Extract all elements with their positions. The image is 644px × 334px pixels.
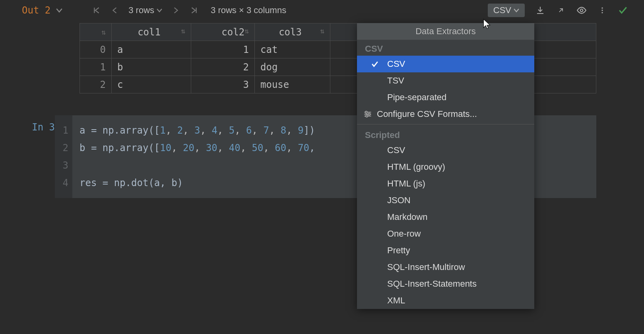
menu-title: Data Extractors xyxy=(357,23,534,40)
extractor-dropdown-button[interactable]: CSV xyxy=(488,4,525,17)
code-number: 60 xyxy=(275,142,286,153)
column-header-col3[interactable]: col3⇅ xyxy=(255,23,330,41)
cell[interactable]: mouse xyxy=(255,76,330,93)
code-text: , xyxy=(309,142,315,153)
code-number: 6 xyxy=(246,125,252,136)
line-number: 2 xyxy=(59,139,68,157)
menu-item-label: CSV xyxy=(387,145,405,155)
cell[interactable]: c xyxy=(112,76,191,93)
menu-item-html-groovy[interactable]: HTML (groovy) xyxy=(357,159,534,175)
menu-item-label: SQL-Insert-Statements xyxy=(387,279,477,289)
svg-point-4 xyxy=(365,111,367,113)
code-number: 9 xyxy=(298,125,303,136)
menu-item-label: Markdown xyxy=(387,212,427,222)
row-index: 1 xyxy=(80,58,112,76)
svg-point-2 xyxy=(601,10,603,11)
menu-item-pretty[interactable]: Pretty xyxy=(357,242,534,259)
menu-item-html-js[interactable]: HTML (js) xyxy=(357,175,534,192)
column-header-label: col2 xyxy=(221,27,244,38)
menu-item-label: HTML (js) xyxy=(387,179,425,188)
line-number: 4 xyxy=(59,174,68,192)
code-number: 40 xyxy=(229,142,241,153)
menu-item-label: Pipe-separated xyxy=(387,92,446,102)
svg-point-0 xyxy=(580,9,583,12)
svg-point-5 xyxy=(368,113,370,115)
menu-separator xyxy=(357,124,534,124)
cell[interactable]: cat xyxy=(255,41,330,58)
menu-item-label: TSV xyxy=(387,76,404,85)
eye-icon[interactable] xyxy=(576,5,587,16)
code-number: 1 xyxy=(160,125,165,136)
menu-item-configure[interactable]: Configure CSV Formats... xyxy=(357,106,534,122)
cell[interactable]: dog xyxy=(255,58,330,76)
menu-item-scripted-csv[interactable]: CSV xyxy=(357,142,534,159)
svg-point-6 xyxy=(366,115,368,117)
menu-item-tsv[interactable]: TSV xyxy=(357,72,534,89)
line-gutter: 1 2 3 4 xyxy=(55,115,72,198)
code-number: 50 xyxy=(252,142,264,153)
index-header[interactable]: ⇅ xyxy=(80,23,112,41)
menu-section-scripted: Scripted xyxy=(357,126,534,142)
rows-dropdown-label: 3 rows xyxy=(128,5,154,16)
menu-item-pipe[interactable]: Pipe-separated xyxy=(357,89,534,106)
rows-dropdown[interactable]: 3 rows xyxy=(128,5,162,16)
menu-item-label: HTML (groovy) xyxy=(387,162,445,172)
code-text: b = np.array([ xyxy=(80,142,160,153)
output-cell-label: Out 2 xyxy=(22,5,50,16)
column-header-label: col3 xyxy=(279,27,302,38)
cell[interactable]: 1 xyxy=(191,41,255,58)
code-number: 3 xyxy=(194,125,200,136)
menu-item-one-row[interactable]: One-row xyxy=(357,225,534,242)
code-number: 30 xyxy=(206,142,217,153)
code-number: 7 xyxy=(263,125,269,136)
sliders-icon xyxy=(363,110,372,121)
code-number: 20 xyxy=(183,142,194,153)
cell[interactable]: a xyxy=(112,41,191,58)
extractor-dropdown-label: CSV xyxy=(493,5,511,16)
code-text: a = np.array([ xyxy=(80,125,160,136)
menu-item-json[interactable]: JSON xyxy=(357,192,534,209)
menu-item-label: JSON xyxy=(387,195,411,205)
menu-item-label: Pretty xyxy=(387,245,410,255)
input-cell-label: In 3 xyxy=(23,115,55,198)
menu-item-sql-multirow[interactable]: SQL-Insert-Multirow xyxy=(357,259,534,276)
code-number: 10 xyxy=(160,142,171,153)
code-number: 2 xyxy=(177,125,183,136)
checkmark-icon xyxy=(618,5,628,16)
menu-item-label: CSV xyxy=(387,59,405,69)
menu-item-xml[interactable]: XML xyxy=(357,292,534,309)
row-index: 2 xyxy=(80,76,112,93)
code-text: ]) xyxy=(304,125,315,136)
data-extractors-menu: Data Extractors CSV CSV TSV Pipe-separat… xyxy=(357,23,534,309)
cell[interactable]: b xyxy=(112,58,191,76)
first-page-button[interactable] xyxy=(92,6,101,15)
line-number: 1 xyxy=(59,122,68,139)
svg-point-1 xyxy=(601,8,603,9)
next-page-button[interactable] xyxy=(171,6,180,15)
download-icon[interactable] xyxy=(535,5,545,16)
row-index: 0 xyxy=(80,41,112,58)
dimensions-label: 3 rows × 3 columns xyxy=(211,5,286,16)
menu-item-label: Configure CSV Formats... xyxy=(377,109,477,119)
code-number: 70 xyxy=(298,142,309,153)
code-number: 8 xyxy=(281,125,286,136)
line-number: 3 xyxy=(59,157,68,174)
chevron-down-icon[interactable] xyxy=(54,7,65,14)
open-external-icon[interactable] xyxy=(556,5,566,16)
svg-point-3 xyxy=(601,12,603,13)
menu-section-csv: CSV xyxy=(357,40,534,56)
last-page-button[interactable] xyxy=(189,6,199,15)
menu-item-markdown[interactable]: Markdown xyxy=(357,209,534,225)
menu-item-csv[interactable]: CSV xyxy=(357,56,534,72)
menu-item-label: SQL-Insert-Multirow xyxy=(387,262,465,272)
menu-item-label: XML xyxy=(387,295,405,305)
checkmark-icon xyxy=(371,60,378,70)
column-header-label: col1 xyxy=(138,27,161,38)
menu-item-sql-statements[interactable]: SQL-Insert-Statements xyxy=(357,276,534,292)
column-header-col2[interactable]: col2 ⇅ xyxy=(191,23,255,41)
prev-page-button[interactable] xyxy=(110,6,120,15)
cell[interactable]: 3 xyxy=(191,76,255,93)
cell[interactable]: 2 xyxy=(191,58,255,76)
more-icon[interactable] xyxy=(597,5,607,16)
column-header-col1[interactable]: col1⇅ xyxy=(112,23,191,41)
